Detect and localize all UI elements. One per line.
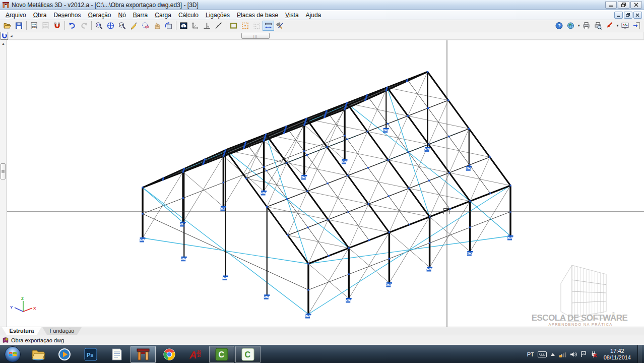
taskbar-notepad[interactable]: [104, 346, 130, 363]
export-dxf-dwg-button[interactable]: DXF DWG: [40, 21, 51, 31]
minimize-button[interactable]: [605, 1, 617, 9]
title-bar: Novo Metálicas 3D - v2012.a - [C:\...\Ob…: [0, 0, 644, 10]
network-icon[interactable]: [559, 351, 566, 357]
rotate-view-button[interactable]: [163, 21, 174, 31]
scroll-up-arrow-icon[interactable]: ▲: [2, 42, 5, 45]
binoculars-search-button[interactable]: [178, 21, 189, 31]
menu-no[interactable]: Nó: [114, 11, 129, 20]
selection-box-button[interactable]: [239, 21, 251, 31]
menu-bar: ArquivoObraDesenhosGeraçãoNóBarraCargaCá…: [0, 10, 644, 20]
menu-desenhos[interactable]: Desenhos: [50, 11, 84, 20]
menu-ligacoes[interactable]: Ligações: [202, 11, 233, 20]
start-button[interactable]: [3, 346, 22, 363]
scroll-left-arrow-icon[interactable]: ◄: [10, 34, 13, 38]
menu-calculo[interactable]: Cálculo: [175, 11, 202, 20]
axis-x-label: X: [33, 306, 36, 311]
drawing-canvas[interactable]: ESCOLA DE SOFTWARE ® APRENDENDO NA PRÁTI…: [7, 40, 644, 327]
taskbar-camtasia-studio[interactable]: C: [235, 346, 261, 363]
clock-date: 08/11/2014: [604, 354, 631, 361]
tab-fundacao[interactable]: Fundação: [42, 327, 82, 335]
grid-button[interactable]: [251, 21, 263, 31]
web-button[interactable]: [565, 21, 576, 31]
svg-text:DWG: DWG: [43, 26, 48, 28]
open-button[interactable]: [2, 21, 13, 31]
horizontal-scrollbar[interactable]: ◄ |||: [8, 32, 644, 40]
print-button[interactable]: [581, 21, 592, 31]
taskbar-photoshop[interactable]: Ps: [78, 346, 103, 363]
measure-button[interactable]: [213, 21, 224, 31]
axis-z-label: Z: [21, 296, 24, 301]
restore-button[interactable]: [618, 1, 629, 9]
menu-vista[interactable]: Vista: [282, 11, 302, 20]
horizontal-scroll-thumb[interactable]: |||: [241, 33, 270, 39]
node-axes-button[interactable]: [189, 21, 201, 31]
export-arrow-button[interactable]: [604, 21, 615, 31]
vertical-scroll-thumb[interactable]: [1, 163, 6, 179]
close-button[interactable]: [630, 1, 642, 9]
taskbar-autocad[interactable]: A 20 10: [183, 346, 208, 363]
watermark: ESCOLA DE SOFTWARE ® APRENDENDO NA PRÁTI…: [532, 265, 628, 327]
status-text: Obra exportaçao dwg: [11, 337, 64, 343]
restore-icon: [621, 3, 626, 7]
export-dropdown-arrow[interactable]: ▼: [616, 24, 619, 27]
menu-arquivo[interactable]: Arquivo: [2, 11, 30, 20]
exit-button[interactable]: [631, 21, 642, 31]
svg-text:C: C: [245, 350, 251, 359]
dimensions-button[interactable]: [263, 21, 274, 31]
notepad-icon: [111, 348, 123, 361]
menu-carga[interactable]: Carga: [151, 11, 175, 20]
toolbar-separator: [226, 21, 226, 30]
mdi-restore-button[interactable]: [624, 12, 632, 19]
magnet-button[interactable]: [51, 21, 63, 31]
language-indicator[interactable]: PT: [527, 351, 534, 357]
edit-pencil-button[interactable]: [128, 21, 140, 31]
redo-button[interactable]: [78, 21, 90, 31]
clock[interactable]: 17:42 08/11/2014: [604, 348, 631, 361]
svg-text:R: R: [97, 23, 100, 27]
view-rotate-corner-button[interactable]: [1, 32, 8, 40]
menu-geracao[interactable]: Geração: [84, 11, 114, 20]
minimize-icon: [608, 3, 614, 7]
viewport-zone: ◄ ||| ▲ ESCOLA DE SOFTWARE ® APRENDENDO …: [0, 31, 644, 327]
taskbar-windows-explorer[interactable]: [26, 346, 51, 363]
camtasia-recorder-icon: C: [215, 348, 228, 361]
keyboard-icon[interactable]: [538, 351, 547, 357]
perpendicular-button[interactable]: [201, 21, 213, 31]
structure-3d-view[interactable]: ESCOLA DE SOFTWARE ® APRENDENDO NA PRÁTI…: [7, 40, 644, 327]
menu-barra[interactable]: Barra: [130, 11, 151, 20]
show-desktop-button[interactable]: [637, 345, 642, 363]
mdi-close-button[interactable]: [633, 12, 642, 19]
taskbar-camtasia-recorder[interactable]: C: [209, 346, 234, 363]
save-button[interactable]: [13, 21, 25, 31]
clock-time: 17:42: [604, 348, 631, 354]
help-button[interactable]: ?: [553, 21, 565, 31]
power-plug-icon[interactable]: [590, 351, 597, 358]
web-dropdown-arrow[interactable]: ▼: [577, 24, 581, 27]
taskbar-metalicas-3d[interactable]: [131, 346, 156, 363]
tools-button[interactable]: [274, 21, 286, 31]
taskbar-chrome[interactable]: [157, 346, 182, 363]
vertical-scrollbar[interactable]: ▲: [0, 40, 7, 327]
toolbar-separator: [65, 21, 65, 30]
tab-estrutura[interactable]: Estrutura: [2, 327, 41, 335]
menu-obra[interactable]: Obra: [30, 11, 50, 20]
taskbar-windows-media-player[interactable]: [52, 346, 77, 363]
menu-placas-de-base[interactable]: Placas de base: [233, 11, 282, 20]
rectangle-button[interactable]: [228, 21, 239, 31]
print-preview-button[interactable]: [592, 21, 604, 31]
presentation-button[interactable]: [619, 21, 631, 31]
action-center-flag-icon[interactable]: [581, 351, 587, 357]
show-hidden-icons-icon[interactable]: [550, 352, 555, 356]
menu-ajuda[interactable]: Ajuda: [302, 11, 325, 20]
import-dxf-dwg-button[interactable]: DXF DWG: [28, 21, 40, 31]
mdi-minimize-button[interactable]: [614, 12, 623, 19]
zoom-window-button[interactable]: x2: [116, 21, 128, 31]
undo-button[interactable]: [67, 21, 78, 31]
zoom-extents-button[interactable]: [105, 21, 116, 31]
pan-hand-button[interactable]: [151, 21, 163, 31]
volume-icon[interactable]: [570, 351, 577, 357]
redraw-button[interactable]: R: [93, 21, 105, 31]
erase-zoom-button[interactable]: [140, 21, 151, 31]
svg-text:x2: x2: [120, 24, 123, 27]
axis-y-label: Y: [10, 305, 13, 310]
